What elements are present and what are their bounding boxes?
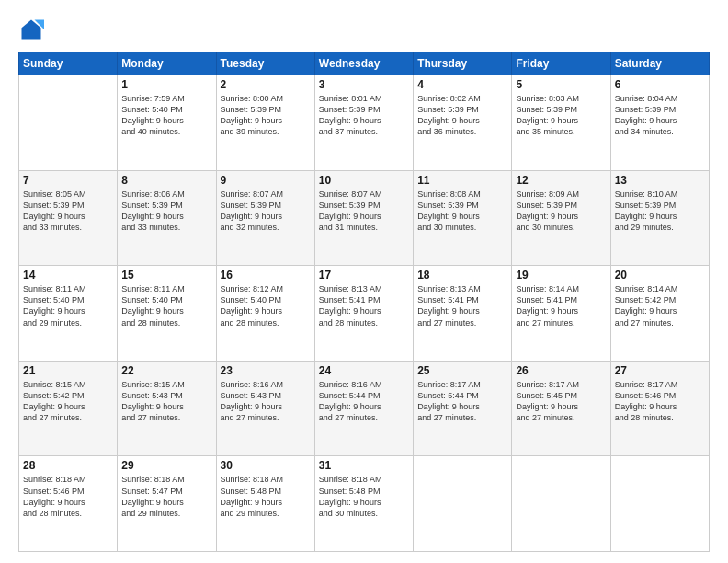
day-number: 25 bbox=[417, 364, 507, 377]
day-cell: 6Sunrise: 8:04 AM Sunset: 5:39 PM Daylig… bbox=[610, 75, 709, 171]
day-info: Sunrise: 8:07 AM Sunset: 5:39 PM Dayligh… bbox=[319, 189, 409, 234]
day-number: 21 bbox=[23, 364, 113, 377]
day-number: 2 bbox=[221, 78, 311, 91]
day-cell: 9Sunrise: 8:07 AM Sunset: 5:39 PM Daylig… bbox=[216, 170, 314, 266]
day-number: 29 bbox=[121, 459, 211, 472]
day-cell bbox=[414, 456, 512, 552]
day-number: 30 bbox=[221, 459, 311, 472]
day-number: 27 bbox=[615, 364, 705, 377]
day-cell: 26Sunrise: 8:17 AM Sunset: 5:45 PM Dayli… bbox=[512, 361, 610, 456]
day-info: Sunrise: 8:01 AM Sunset: 5:39 PM Dayligh… bbox=[319, 93, 409, 138]
day-info: Sunrise: 8:18 AM Sunset: 5:46 PM Dayligh… bbox=[23, 474, 113, 519]
day-number: 7 bbox=[23, 174, 113, 187]
header bbox=[18, 17, 710, 42]
week-row-3: 14Sunrise: 8:11 AM Sunset: 5:40 PM Dayli… bbox=[19, 266, 710, 362]
day-cell: 27Sunrise: 8:17 AM Sunset: 5:46 PM Dayli… bbox=[610, 361, 709, 456]
day-info: Sunrise: 8:15 AM Sunset: 5:43 PM Dayligh… bbox=[121, 379, 211, 424]
day-number: 13 bbox=[615, 174, 705, 187]
col-header-wednesday: Wednesday bbox=[314, 52, 413, 75]
col-header-sunday: Sunday bbox=[19, 52, 118, 75]
day-cell: 7Sunrise: 8:05 AM Sunset: 5:39 PM Daylig… bbox=[19, 170, 118, 266]
day-number: 22 bbox=[121, 364, 211, 377]
header-row: SundayMondayTuesdayWednesdayThursdayFrid… bbox=[19, 52, 710, 75]
col-header-saturday: Saturday bbox=[610, 52, 709, 75]
day-number: 1 bbox=[121, 78, 211, 91]
day-cell: 19Sunrise: 8:14 AM Sunset: 5:41 PM Dayli… bbox=[512, 266, 610, 362]
day-info: Sunrise: 8:17 AM Sunset: 5:46 PM Dayligh… bbox=[615, 379, 705, 424]
day-cell: 2Sunrise: 8:00 AM Sunset: 5:39 PM Daylig… bbox=[216, 75, 314, 171]
day-info: Sunrise: 8:10 AM Sunset: 5:39 PM Dayligh… bbox=[615, 189, 705, 234]
col-header-tuesday: Tuesday bbox=[216, 52, 314, 75]
day-info: Sunrise: 8:05 AM Sunset: 5:39 PM Dayligh… bbox=[23, 189, 113, 234]
day-info: Sunrise: 7:59 AM Sunset: 5:40 PM Dayligh… bbox=[121, 93, 211, 138]
day-number: 3 bbox=[319, 78, 409, 91]
day-number: 6 bbox=[615, 78, 705, 91]
day-number: 28 bbox=[23, 459, 113, 472]
day-cell bbox=[610, 456, 709, 552]
day-cell: 3Sunrise: 8:01 AM Sunset: 5:39 PM Daylig… bbox=[314, 75, 413, 171]
col-header-monday: Monday bbox=[118, 52, 216, 75]
day-cell: 21Sunrise: 8:15 AM Sunset: 5:42 PM Dayli… bbox=[19, 361, 118, 456]
day-cell: 22Sunrise: 8:15 AM Sunset: 5:43 PM Dayli… bbox=[118, 361, 216, 456]
day-cell: 24Sunrise: 8:16 AM Sunset: 5:44 PM Dayli… bbox=[314, 361, 413, 456]
day-cell: 8Sunrise: 8:06 AM Sunset: 5:39 PM Daylig… bbox=[118, 170, 216, 266]
day-cell: 16Sunrise: 8:12 AM Sunset: 5:40 PM Dayli… bbox=[216, 266, 314, 362]
day-info: Sunrise: 8:11 AM Sunset: 5:40 PM Dayligh… bbox=[23, 283, 113, 328]
day-number: 5 bbox=[516, 78, 606, 91]
logo bbox=[18, 17, 48, 42]
day-info: Sunrise: 8:08 AM Sunset: 5:39 PM Dayligh… bbox=[417, 189, 507, 234]
day-number: 9 bbox=[221, 174, 311, 187]
day-info: Sunrise: 8:03 AM Sunset: 5:39 PM Dayligh… bbox=[516, 93, 606, 138]
day-cell: 10Sunrise: 8:07 AM Sunset: 5:39 PM Dayli… bbox=[314, 170, 413, 266]
week-row-1: 1Sunrise: 7:59 AM Sunset: 5:40 PM Daylig… bbox=[19, 75, 710, 171]
day-info: Sunrise: 8:14 AM Sunset: 5:42 PM Dayligh… bbox=[615, 283, 705, 328]
day-number: 11 bbox=[417, 174, 507, 187]
day-info: Sunrise: 8:16 AM Sunset: 5:43 PM Dayligh… bbox=[221, 379, 311, 424]
day-cell: 12Sunrise: 8:09 AM Sunset: 5:39 PM Dayli… bbox=[512, 170, 610, 266]
day-cell bbox=[512, 456, 610, 552]
day-cell: 20Sunrise: 8:14 AM Sunset: 5:42 PM Dayli… bbox=[610, 266, 709, 362]
day-info: Sunrise: 8:12 AM Sunset: 5:40 PM Dayligh… bbox=[221, 283, 311, 328]
day-number: 12 bbox=[516, 174, 606, 187]
col-header-friday: Friday bbox=[512, 52, 610, 75]
day-info: Sunrise: 8:17 AM Sunset: 5:44 PM Dayligh… bbox=[417, 379, 507, 424]
logo-icon bbox=[18, 17, 44, 42]
day-number: 15 bbox=[121, 269, 211, 282]
day-info: Sunrise: 8:06 AM Sunset: 5:39 PM Dayligh… bbox=[121, 189, 211, 234]
day-cell: 4Sunrise: 8:02 AM Sunset: 5:39 PM Daylig… bbox=[414, 75, 512, 171]
day-number: 8 bbox=[121, 174, 211, 187]
day-info: Sunrise: 8:17 AM Sunset: 5:45 PM Dayligh… bbox=[516, 379, 606, 424]
day-info: Sunrise: 8:13 AM Sunset: 5:41 PM Dayligh… bbox=[417, 283, 507, 328]
day-cell: 15Sunrise: 8:11 AM Sunset: 5:40 PM Dayli… bbox=[118, 266, 216, 362]
week-row-5: 28Sunrise: 8:18 AM Sunset: 5:46 PM Dayli… bbox=[19, 456, 710, 552]
page: SundayMondayTuesdayWednesdayThursdayFrid… bbox=[0, 0, 728, 563]
day-number: 18 bbox=[417, 269, 507, 282]
day-cell: 1Sunrise: 7:59 AM Sunset: 5:40 PM Daylig… bbox=[118, 75, 216, 171]
day-info: Sunrise: 8:02 AM Sunset: 5:39 PM Dayligh… bbox=[417, 93, 507, 138]
day-info: Sunrise: 8:15 AM Sunset: 5:42 PM Dayligh… bbox=[23, 379, 113, 424]
day-number: 20 bbox=[615, 269, 705, 282]
day-cell: 5Sunrise: 8:03 AM Sunset: 5:39 PM Daylig… bbox=[512, 75, 610, 171]
day-info: Sunrise: 8:18 AM Sunset: 5:47 PM Dayligh… bbox=[121, 474, 211, 519]
day-cell: 14Sunrise: 8:11 AM Sunset: 5:40 PM Dayli… bbox=[19, 266, 118, 362]
day-info: Sunrise: 8:07 AM Sunset: 5:39 PM Dayligh… bbox=[221, 189, 311, 234]
day-cell: 18Sunrise: 8:13 AM Sunset: 5:41 PM Dayli… bbox=[414, 266, 512, 362]
day-cell: 25Sunrise: 8:17 AM Sunset: 5:44 PM Dayli… bbox=[414, 361, 512, 456]
day-cell bbox=[19, 75, 118, 171]
day-info: Sunrise: 8:18 AM Sunset: 5:48 PM Dayligh… bbox=[319, 474, 409, 519]
day-info: Sunrise: 8:00 AM Sunset: 5:39 PM Dayligh… bbox=[221, 93, 311, 138]
day-number: 19 bbox=[516, 269, 606, 282]
day-number: 24 bbox=[319, 364, 409, 377]
day-info: Sunrise: 8:14 AM Sunset: 5:41 PM Dayligh… bbox=[516, 283, 606, 328]
day-info: Sunrise: 8:18 AM Sunset: 5:48 PM Dayligh… bbox=[221, 474, 311, 519]
day-cell: 31Sunrise: 8:18 AM Sunset: 5:48 PM Dayli… bbox=[314, 456, 413, 552]
day-info: Sunrise: 8:16 AM Sunset: 5:44 PM Dayligh… bbox=[319, 379, 409, 424]
day-cell: 30Sunrise: 8:18 AM Sunset: 5:48 PM Dayli… bbox=[216, 456, 314, 552]
day-number: 10 bbox=[319, 174, 409, 187]
week-row-2: 7Sunrise: 8:05 AM Sunset: 5:39 PM Daylig… bbox=[19, 170, 710, 266]
day-number: 14 bbox=[23, 269, 113, 282]
day-cell: 29Sunrise: 8:18 AM Sunset: 5:47 PM Dayli… bbox=[118, 456, 216, 552]
day-number: 16 bbox=[221, 269, 311, 282]
calendar-table: SundayMondayTuesdayWednesdayThursdayFrid… bbox=[18, 52, 710, 552]
day-info: Sunrise: 8:04 AM Sunset: 5:39 PM Dayligh… bbox=[615, 93, 705, 138]
